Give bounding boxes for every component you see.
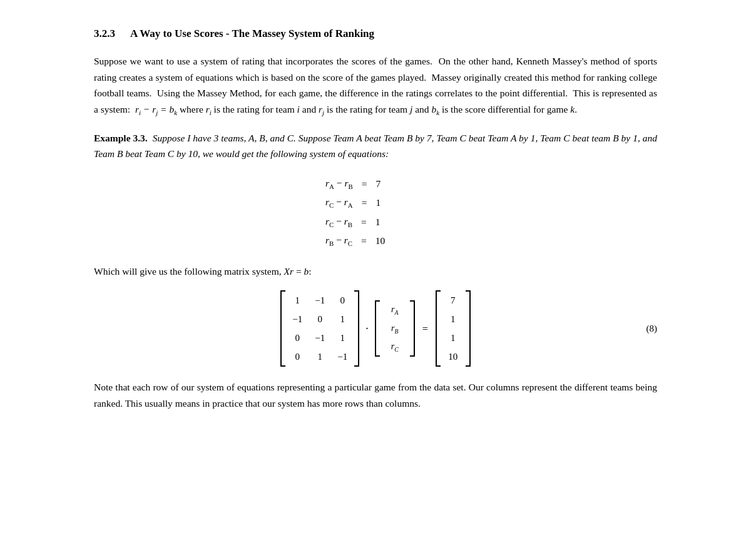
vector-b: 7 1 1 10	[436, 290, 471, 367]
matrix-X-body: 1 −1 0 −1 0 1 0 −1 1 0 1 −1	[285, 290, 354, 367]
vb-2: 1	[444, 330, 462, 345]
equations-block: rA − rB = 7 rC − rA = 1 rC − rB = 1 rB −…	[94, 176, 657, 250]
eq3-eq: =	[361, 215, 367, 230]
example-text: Suppose I have 3 teams, A, B, and C. Sup…	[94, 133, 657, 160]
mx-3-1: 1	[312, 349, 328, 364]
vb-1: 1	[444, 312, 462, 327]
eq2-rhs: 1	[376, 195, 381, 211]
example-label: Example 3.3.	[94, 133, 148, 143]
mx-2-0: 0	[289, 330, 305, 345]
eq4-eq: =	[361, 233, 367, 249]
vector-r: rA rB rC	[375, 300, 415, 357]
eq1-lhs: rA − rB	[325, 176, 353, 192]
vr-2: rC	[384, 340, 406, 354]
eq1-eq: =	[362, 176, 367, 192]
vb-0: 7	[444, 293, 462, 308]
mx-3-0: 0	[289, 349, 305, 364]
mx-0-2: 0	[334, 293, 350, 308]
vector-b-body: 7 1 1 10	[441, 290, 466, 367]
vr-1: rB	[384, 322, 406, 336]
section-title: A Way to Use Scores - The Massey System …	[130, 25, 374, 42]
eq2-lhs: rC − rA	[325, 195, 353, 211]
mx-1-0: −1	[289, 312, 305, 327]
mx-2-2: 1	[334, 330, 350, 345]
paragraph-1: Suppose we want to use a system of ratin…	[94, 53, 657, 119]
eq-row-2: rC − rA = 1	[325, 195, 426, 211]
conclusion-paragraph: Note that each row of our system of equa…	[94, 379, 657, 411]
example-block: Example 3.3. Suppose I have 3 teams, A, …	[94, 130, 657, 162]
eq-row-4: rB − rC = 10	[325, 233, 426, 249]
eq3-lhs: rC − rB	[325, 214, 352, 230]
equation-number: (8)	[646, 321, 658, 336]
matrix-system: 1 −1 0 −1 0 1 0 −1 1 0 1 −1 ·	[94, 290, 657, 367]
section-number: 3.2.3	[94, 25, 115, 42]
vector-r-body: rA rB rC	[380, 300, 410, 357]
eq1-rhs: 7	[376, 176, 381, 192]
vr-0: rA	[384, 303, 406, 317]
section-heading: 3.2.3 A Way to Use Scores - The Massey S…	[94, 25, 657, 42]
eq-row-1: rA − rB = 7	[325, 176, 426, 192]
mx-2-1: −1	[312, 330, 328, 345]
eq4-lhs: rB − rC	[325, 233, 352, 249]
eq3-rhs: 1	[376, 215, 381, 230]
formula-ri-rj: ri − rj = bk	[135, 104, 177, 115]
mx-1-1: 0	[312, 312, 328, 327]
equals-sign: =	[422, 321, 428, 337]
page-content: 3.2.3 A Way to Use Scores - The Massey S…	[94, 25, 657, 411]
eq2-eq: =	[362, 195, 367, 211]
mx-1-2: 1	[334, 312, 350, 327]
mx-0-0: 1	[289, 293, 305, 308]
eq-row-3: rC − rB = 1	[325, 214, 426, 230]
mx-3-2: −1	[334, 349, 350, 364]
mx-0-1: −1	[312, 293, 328, 308]
vb-3: 10	[444, 349, 462, 364]
matrix-intro-paragraph: Which will give us the following matrix …	[94, 263, 657, 280]
dot-operator: ·	[365, 320, 369, 338]
matrix-X: 1 −1 0 −1 0 1 0 −1 1 0 1 −1	[280, 290, 359, 367]
eq4-rhs: 10	[376, 233, 386, 249]
